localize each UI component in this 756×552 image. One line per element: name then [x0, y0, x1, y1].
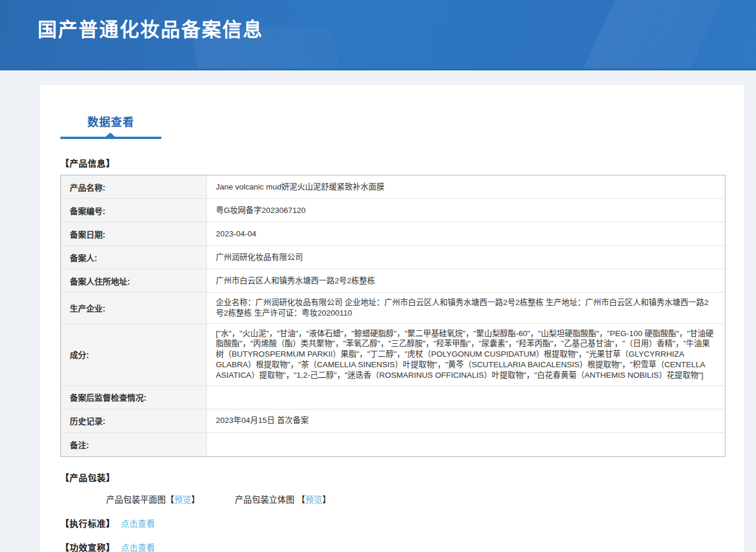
- package-3d-preview-link[interactable]: 预览: [306, 495, 323, 504]
- table-row-registrant: 备案人: 广州润研化妆品有限公司: [61, 246, 725, 269]
- table-row-remarks: 备注:: [61, 433, 725, 456]
- row-value: 广州润研化妆品有限公司: [207, 246, 725, 269]
- efficacy-claim-row: 【功效宣称】 点击查看: [60, 541, 726, 552]
- section-product-package: 【产品包装】: [60, 471, 726, 483]
- execution-standard-view-link[interactable]: 点击查看: [121, 517, 155, 529]
- section-product-info: 【产品信息】: [60, 157, 726, 169]
- table-row-registrant-address: 备案人住所地址: 广州市白云区人和镇秀水塘西一路2号2栋整栋: [61, 269, 725, 293]
- page-title: 国产普通化妆品备案信息: [38, 14, 263, 42]
- row-value: 粤G妆网备字2023067120: [207, 199, 725, 222]
- row-value: [207, 433, 725, 456]
- tab-baseline-divider: [60, 140, 726, 141]
- row-label: 备案后监督检查情况:: [61, 386, 207, 409]
- bracket-open: 【: [166, 495, 175, 504]
- row-label: 备案编号:: [61, 199, 207, 222]
- page-header: 国产普通化妆品备案信息: [0, 0, 756, 70]
- row-label: 备案人住所地址:: [61, 269, 207, 292]
- table-row-registration-date: 备案日期: 2023-04-04: [61, 222, 725, 246]
- header-decoration-right: [510, 0, 756, 70]
- section-execution-standard: 【执行标准】: [60, 517, 115, 529]
- bracket-open: 【: [297, 495, 306, 504]
- bracket-close: 】: [323, 495, 331, 504]
- execution-standard-row: 【执行标准】 点击查看: [60, 517, 726, 529]
- package-flat-label: 产品包装平面图: [106, 495, 166, 504]
- row-value: Jane volcanic mud妍泥火山泥舒缓紧致补水面膜: [207, 175, 725, 198]
- content-card: 数据查看 【产品信息】 产品名称: Jane volcanic mud妍泥火山泥…: [40, 85, 744, 552]
- row-label: 历史记录:: [61, 409, 207, 432]
- product-info-table: 产品名称: Jane volcanic mud妍泥火山泥舒缓紧致补水面膜 备案编…: [60, 175, 726, 457]
- package-preview-row: 产品包装平面图【预览】 产品包装立体图 【预览】: [106, 493, 726, 505]
- table-row-ingredients: 成分: ["水"，"火山泥"，"甘油"，"液体石蜡"，"鲸蜡硬脂醇"，"聚二甲基…: [61, 324, 725, 386]
- row-label: 备案人:: [61, 246, 207, 269]
- row-value: 广州市白云区人和镇秀水塘西一路2号2栋整栋: [207, 269, 725, 292]
- row-label: 生产企业:: [61, 293, 207, 323]
- tab-active-underline: [60, 137, 161, 139]
- table-row-registration-number: 备案编号: 粤G妆网备字2023067120: [61, 199, 725, 222]
- package-3d-label: 产品包装立体图: [235, 495, 297, 504]
- row-label: 成分:: [61, 324, 207, 385]
- row-label: 备案日期:: [61, 222, 207, 245]
- row-value: 企业名称：广州润研化妆品有限公司 企业地址：广州市白云区人和镇秀水塘西一路2号2…: [207, 293, 725, 323]
- table-row-history: 历史记录: 2023年04月15日 首次备案: [61, 409, 725, 433]
- package-flat-item: 产品包装平面图【预览】: [106, 495, 202, 504]
- table-row-supervision-check: 备案后监督检查情况:: [61, 386, 725, 409]
- package-3d-item: 产品包装立体图 【预览】: [235, 495, 331, 504]
- tab-bar: 数据查看: [60, 103, 726, 141]
- row-value: 2023-04-04: [207, 222, 725, 245]
- tab-data-view[interactable]: 数据查看: [60, 103, 161, 139]
- row-label: 备注:: [61, 433, 207, 456]
- efficacy-claim-view-link[interactable]: 点击查看: [121, 541, 155, 552]
- package-flat-preview-link[interactable]: 预览: [174, 495, 191, 504]
- table-row-product-name: 产品名称: Jane volcanic mud妍泥火山泥舒缓紧致补水面膜: [61, 175, 725, 199]
- tab-data-view-label: 数据查看: [87, 113, 134, 129]
- section-efficacy-claim: 【功效宣称】: [60, 541, 115, 552]
- row-value: 2023年04月15日 首次备案: [207, 409, 725, 432]
- row-value: [207, 386, 725, 409]
- row-label: 产品名称:: [61, 175, 207, 198]
- table-row-manufacturer: 生产企业: 企业名称：广州润研化妆品有限公司 企业地址：广州市白云区人和镇秀水塘…: [61, 293, 725, 324]
- row-value: ["水"，"火山泥"，"甘油"，"液体石蜡"，"鲸蜡硬脂醇"，"聚二甲基硅氧烷"…: [207, 324, 725, 385]
- caret-up-icon: [105, 133, 116, 137]
- bracket-close: 】: [191, 495, 200, 504]
